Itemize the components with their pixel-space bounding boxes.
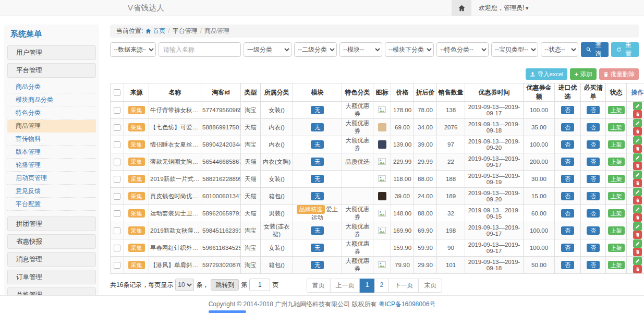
- edit-button[interactable]: [633, 136, 642, 145]
- status-badge[interactable]: 上架: [608, 209, 625, 218]
- sidebar-item-6[interactable]: 宣传物料: [7, 133, 96, 146]
- must-buy-badge[interactable]: 否: [587, 209, 600, 218]
- filter-select-item-type[interactable]: --宝贝类型--: [491, 42, 538, 57]
- edit-button[interactable]: [633, 153, 642, 162]
- row-checkbox[interactable]: [114, 107, 120, 114]
- delete-button[interactable]: [633, 145, 642, 153]
- delete-button[interactable]: [633, 162, 642, 170]
- sidebar-item-3[interactable]: 模块商品分类: [7, 94, 96, 106]
- page-button-5[interactable]: 末页: [418, 279, 442, 293]
- status-badge[interactable]: 上架: [608, 140, 625, 149]
- name-search-input[interactable]: [159, 42, 241, 57]
- sidebar-item-12[interactable]: 拼团管理: [7, 216, 96, 231]
- row-checkbox[interactable]: [114, 176, 120, 183]
- status-badge[interactable]: 上架: [608, 158, 625, 166]
- must-buy-badge[interactable]: 否: [587, 261, 600, 269]
- status-badge[interactable]: 上架: [608, 261, 625, 269]
- sidebar-item-8[interactable]: 轮播管理: [7, 159, 96, 172]
- delete-button[interactable]: [633, 265, 642, 273]
- sidebar-item-14[interactable]: 消息管理: [7, 252, 96, 267]
- imported-badge[interactable]: 否: [561, 158, 574, 166]
- sidebar-item-5[interactable]: 商品管理: [7, 120, 96, 133]
- status-badge[interactable]: 上架: [608, 123, 625, 131]
- imported-badge[interactable]: 否: [561, 244, 574, 252]
- filter-select-level2-category[interactable]: --二级分类--: [294, 42, 337, 57]
- must-buy-badge[interactable]: 否: [587, 175, 600, 183]
- add-button[interactable]: + 添加: [570, 68, 597, 80]
- horizontal-scrollbar-thumb[interactable]: [209, 310, 246, 313]
- edit-button[interactable]: [633, 205, 642, 213]
- import-excel-button[interactable]: 导入excel: [526, 68, 568, 80]
- filter-select-feature-category[interactable]: --特色分类--: [436, 42, 489, 57]
- delete-button[interactable]: [633, 127, 642, 136]
- edit-button[interactable]: [633, 257, 642, 265]
- delete-button[interactable]: [633, 179, 642, 187]
- page-button-2[interactable]: 1: [360, 279, 375, 293]
- row-checkbox[interactable]: [114, 227, 120, 234]
- sidebar-item-4[interactable]: 特色分类: [7, 107, 96, 119]
- edit-button[interactable]: [633, 239, 642, 248]
- status-badge[interactable]: 上架: [608, 175, 625, 183]
- jump-button[interactable]: 跳转到: [211, 279, 239, 291]
- breadcrumb-item[interactable]: 平台管理: [173, 25, 198, 38]
- sidebar-item-9[interactable]: 启动页管理: [7, 172, 96, 185]
- status-badge[interactable]: 上架: [608, 244, 625, 252]
- icp-link[interactable]: 粤ICP备16098006号: [379, 300, 435, 308]
- row-checkbox[interactable]: [114, 141, 120, 148]
- must-buy-badge[interactable]: 否: [587, 106, 600, 114]
- edit-button[interactable]: [633, 222, 642, 231]
- imported-badge[interactable]: 否: [561, 192, 574, 200]
- edit-button[interactable]: [633, 171, 642, 179]
- must-buy-badge[interactable]: 否: [587, 123, 600, 131]
- delete-button[interactable]: [633, 231, 642, 239]
- filter-select-level1-category[interactable]: 一级分类: [244, 42, 291, 57]
- imported-badge[interactable]: 否: [561, 140, 574, 149]
- row-checkbox[interactable]: [114, 262, 120, 269]
- filter-select-module-subcategory[interactable]: --模块下分类--: [385, 42, 434, 57]
- row-checkbox[interactable]: [114, 210, 120, 217]
- sidebar-item-2[interactable]: 商品分类: [7, 81, 96, 93]
- sidebar-item-16[interactable]: 兑换管理: [7, 287, 96, 295]
- delete-button[interactable]: [633, 213, 642, 222]
- delete-button[interactable]: [633, 196, 642, 204]
- sidebar-item-11[interactable]: 平台配置: [7, 198, 96, 211]
- per-page-select[interactable]: 10: [175, 279, 194, 291]
- delete-button[interactable]: [633, 110, 642, 118]
- sidebar-item-1[interactable]: 平台管理: [7, 63, 96, 78]
- page-button-1[interactable]: 上一页: [330, 279, 360, 293]
- imported-badge[interactable]: 否: [561, 123, 574, 131]
- select-all-checkbox[interactable]: [114, 89, 120, 96]
- must-buy-badge[interactable]: 否: [587, 192, 600, 200]
- row-checkbox[interactable]: [114, 159, 120, 165]
- sidebar-item-15[interactable]: 订单管理: [7, 270, 96, 284]
- imported-badge[interactable]: 否: [561, 209, 574, 218]
- status-badge[interactable]: 上架: [608, 226, 625, 235]
- edit-button[interactable]: [633, 119, 642, 127]
- filter-select-status[interactable]: --状态--: [541, 42, 578, 57]
- row-checkbox[interactable]: [114, 124, 120, 131]
- filter-select-data-source[interactable]: --数据来源--: [110, 42, 156, 57]
- row-checkbox[interactable]: [114, 193, 120, 200]
- delete-button[interactable]: [633, 248, 642, 256]
- must-buy-badge[interactable]: 否: [587, 244, 600, 252]
- imported-badge[interactable]: 否: [561, 106, 574, 114]
- edit-button[interactable]: [633, 188, 642, 196]
- user-menu[interactable]: 欢迎您，管理员!▾: [471, 0, 536, 16]
- page-button-0[interactable]: 首页: [307, 279, 331, 293]
- row-checkbox[interactable]: [114, 245, 120, 251]
- sidebar-item-0[interactable]: 用户管理: [7, 45, 96, 60]
- page-button-4[interactable]: 下一页: [388, 279, 419, 293]
- page-number-input[interactable]: [249, 279, 270, 291]
- filter-select-module[interactable]: --模块--: [339, 42, 382, 57]
- home-button[interactable]: [452, 0, 471, 16]
- edit-button[interactable]: [633, 102, 642, 110]
- imported-badge[interactable]: 否: [561, 175, 574, 183]
- status-badge[interactable]: 上架: [608, 192, 625, 200]
- page-button-3[interactable]: 2: [374, 279, 390, 293]
- sidebar-item-7[interactable]: 版本管理: [7, 146, 96, 159]
- sidebar-item-10[interactable]: 意见反馈: [7, 185, 96, 198]
- imported-badge[interactable]: 否: [561, 226, 574, 235]
- sidebar-item-13[interactable]: 省惠快报: [7, 234, 96, 249]
- imported-badge[interactable]: 否: [561, 261, 574, 269]
- batch-delete-button[interactable]: 批量删除: [599, 68, 639, 80]
